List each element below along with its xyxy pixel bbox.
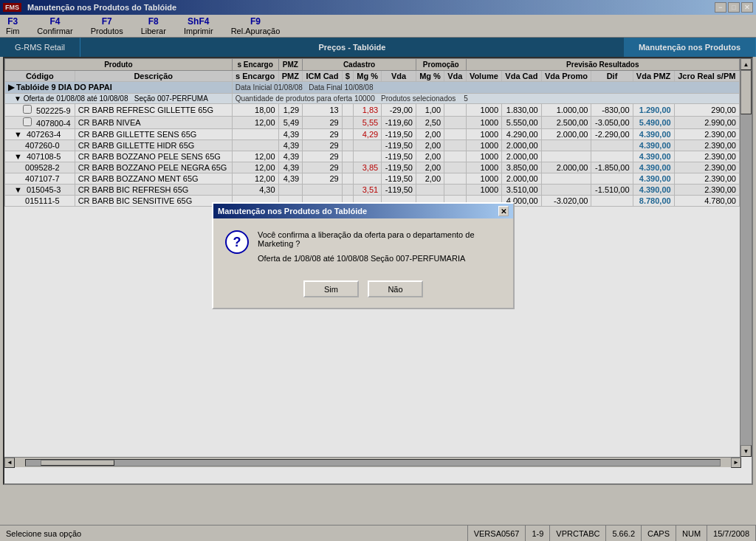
dialog-close-button[interactable]: ✕ xyxy=(498,206,509,216)
dialog-title-text: Manutenção nos Produtos do Tablóide xyxy=(218,207,367,216)
dialog-no-button[interactable]: Não xyxy=(368,280,423,297)
dialog-overlay: Manutenção nos Produtos do Tablóide ✕ ? … xyxy=(0,0,756,541)
question-mark: ? xyxy=(225,230,249,254)
dialog-line1: Você confirma a liberação da oferta para… xyxy=(258,230,501,248)
dialog-yes-button[interactable]: Sim xyxy=(303,280,359,297)
dialog-line2: Oferta de 1/08/08 até 10/08/08 Seção 007… xyxy=(258,254,501,263)
dialog-question-icon: ? xyxy=(225,230,249,254)
dialog-box: Manutenção nos Produtos do Tablóide ✕ ? … xyxy=(212,202,515,309)
dialog-buttons: Sim Não xyxy=(213,275,513,308)
dialog-body: ? Você confirma a liberação da oferta pa… xyxy=(213,218,513,275)
dialog-title-bar: Manutenção nos Produtos do Tablóide ✕ xyxy=(213,204,513,218)
dialog-message: Você confirma a liberação da oferta para… xyxy=(258,230,501,263)
